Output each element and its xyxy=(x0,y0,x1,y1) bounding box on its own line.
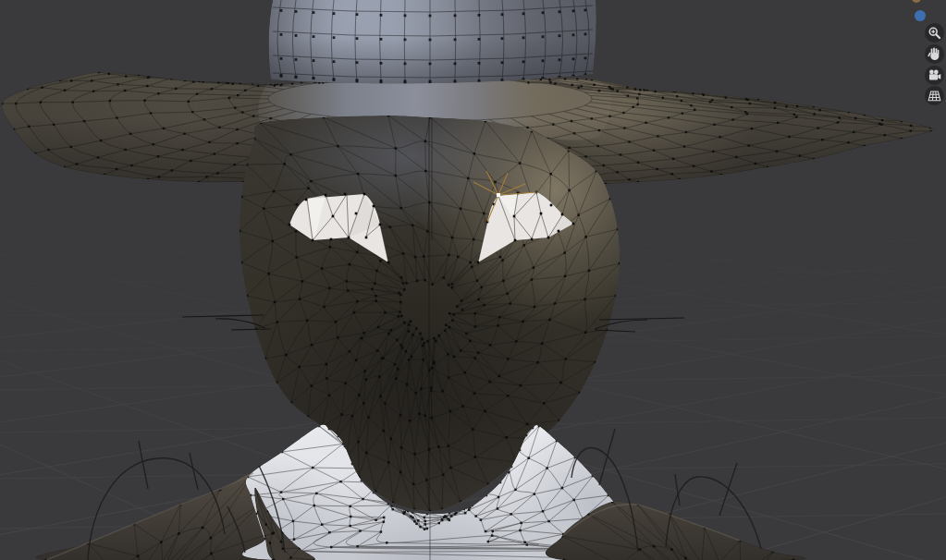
hat-crown-mesh xyxy=(269,0,596,84)
toggle-perspective-grid-icon[interactable] xyxy=(925,86,944,105)
pan-hand-icon[interactable] xyxy=(925,44,944,64)
camera-glyph xyxy=(927,67,942,83)
blender-3d-viewport[interactable] xyxy=(0,0,946,560)
pan-hand-glyph xyxy=(927,46,942,62)
camera-view-icon[interactable] xyxy=(925,66,944,85)
zoom-in-glyph xyxy=(927,25,942,41)
zoom-in-icon[interactable] xyxy=(925,23,944,43)
perspective-grid-glyph xyxy=(927,88,942,103)
nav-gizmo-z-axis-ball[interactable] xyxy=(915,10,926,21)
viewport-scene xyxy=(0,0,946,560)
